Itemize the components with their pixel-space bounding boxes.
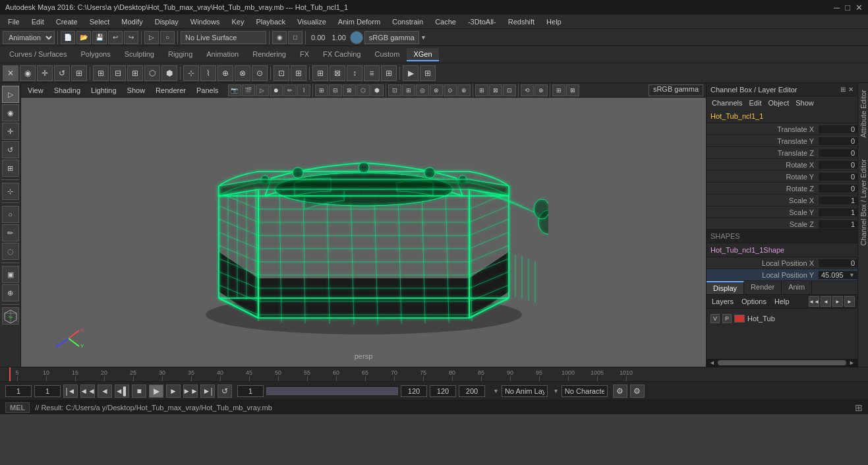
select-tool-button[interactable]: ✕ xyxy=(3,65,18,81)
open-button[interactable]: 📂 xyxy=(76,31,91,44)
view-cube-button[interactable]: Top xyxy=(2,307,19,325)
menu-visualize[interactable]: Visualize xyxy=(292,16,332,27)
menu-constrain[interactable]: Constrain xyxy=(387,16,428,27)
select-mode-button[interactable]: ▷ xyxy=(2,86,19,103)
menu-display[interactable]: Display xyxy=(150,16,184,27)
channel-translate-y[interactable]: Translate Y 0 xyxy=(707,135,857,147)
rotate-button[interactable]: ↺ xyxy=(54,65,70,81)
step-forward-button[interactable]: ►► xyxy=(183,385,198,398)
channel-rotate-z[interactable]: Rotate Z 0 xyxy=(707,183,857,195)
channels-menu[interactable]: Channels xyxy=(709,98,745,108)
move-button[interactable]: ✛ xyxy=(37,65,53,81)
render-button[interactable]: ◉ xyxy=(272,31,287,44)
module-fx[interactable]: FX xyxy=(293,48,316,61)
layer-color-swatch[interactable] xyxy=(734,315,745,323)
layer-arrow-left-left[interactable]: ◄◄ xyxy=(809,296,819,307)
gamma-arrow[interactable]: ▼ xyxy=(420,34,426,41)
sculpt-button[interactable]: ◌ xyxy=(2,243,19,260)
vp-xray-icon[interactable]: ⊙ xyxy=(444,84,457,96)
vp-iso-icon[interactable]: ⊞ xyxy=(552,84,565,96)
vp-camera-icon[interactable]: ⊡ xyxy=(388,84,401,96)
next-frame-button[interactable]: ► xyxy=(166,385,181,398)
module-sculpting[interactable]: Sculpting xyxy=(118,48,161,61)
vp-light-icon[interactable]: ⊠ xyxy=(489,84,502,96)
timeline[interactable]: 5 10 15 20 25 30 35 40 45 50 55 60 65 70… xyxy=(0,367,868,381)
layers-scroll-left[interactable]: ◄ xyxy=(708,359,716,366)
vp-uv-icon[interactable]: ⊠ xyxy=(566,84,579,96)
layers-scrollbar[interactable]: ◄ ► xyxy=(707,359,857,367)
module-rendering[interactable]: Rendering xyxy=(246,48,293,61)
menu-redshift[interactable]: Redshift xyxy=(503,16,540,27)
new-scene-button[interactable]: 📄 xyxy=(61,31,75,44)
attribute-editor-label[interactable]: Attribute Editor xyxy=(858,86,869,142)
channel-box-side-label[interactable]: Channel Box / Layer Editor xyxy=(858,155,869,249)
history-button[interactable]: ↕ xyxy=(347,65,362,81)
region-select-button[interactable]: ▣ xyxy=(2,266,19,283)
vp-play-button[interactable]: ▷ xyxy=(256,84,269,96)
playback-range-bar[interactable] xyxy=(266,387,398,395)
vp-menu-shading[interactable]: Shading xyxy=(50,85,84,96)
channel-translate-z[interactable]: Translate Z 0 xyxy=(707,147,857,159)
step-back-button[interactable]: ◄◄ xyxy=(80,385,95,398)
anim-settings-button[interactable]: ⚙ xyxy=(630,385,645,398)
menu-modify[interactable]: Modify xyxy=(116,16,148,27)
module-polygons[interactable]: Polygons xyxy=(74,48,117,61)
snap-curve-button[interactable]: ⌇ xyxy=(200,65,216,81)
paint-select-button[interactable]: ◉ xyxy=(2,104,19,121)
vp-smooth-toggle[interactable]: ⬡ xyxy=(357,84,370,96)
status-icon[interactable]: ⊞ xyxy=(855,402,863,413)
channel-rotate-y[interactable]: Rotate Y 0 xyxy=(707,171,857,183)
grid2-button[interactable]: ⊟ xyxy=(110,65,126,81)
vp-grid-toggle[interactable]: ⊞ xyxy=(315,84,328,96)
channel-scale-y[interactable]: Scale Y 1 xyxy=(707,206,857,218)
vp-snap-icon[interactable]: ⊗ xyxy=(430,84,443,96)
local-pos-scroll-arrow[interactable]: ▼ xyxy=(849,272,855,278)
module-xgen[interactable]: XGen xyxy=(407,48,438,61)
vp-shadow-icon[interactable]: ⊡ xyxy=(503,84,516,96)
anim-icon-button[interactable]: ▶ xyxy=(403,65,419,81)
channel-rotate-x[interactable]: Rotate X 0 xyxy=(707,159,857,171)
channel-box-close-button[interactable]: ✕ xyxy=(848,86,854,93)
shaded-button[interactable]: ⬢ xyxy=(161,65,177,81)
vp-camera-button[interactable]: 📷 xyxy=(228,84,241,96)
vp-brush-button[interactable]: ⌇ xyxy=(297,84,310,96)
select-button[interactable]: ▷ xyxy=(144,31,159,44)
vp-menu-show[interactable]: Show xyxy=(123,85,150,96)
snap-view-button[interactable]: ⊗ xyxy=(235,65,250,81)
channel-local-pos-x[interactable]: Local Position X 0 xyxy=(707,257,857,269)
channel-box-float-button[interactable]: ⊞ xyxy=(840,86,846,93)
menu-windows[interactable]: Windows xyxy=(185,16,225,27)
vp-menu-lighting[interactable]: Lighting xyxy=(87,85,121,96)
snap-point-button[interactable]: ⊕ xyxy=(217,65,233,81)
menu-cache[interactable]: Cache xyxy=(430,16,461,27)
menu-playback[interactable]: Playback xyxy=(250,16,291,27)
layer-arrow-right-right[interactable]: ► xyxy=(844,296,855,307)
tab-anim[interactable]: Anim xyxy=(782,281,812,294)
tab-render[interactable]: Render xyxy=(744,281,782,294)
soft-select-button[interactable]: ⊠ xyxy=(330,65,345,81)
attribute-editor-side-tab[interactable]: Attribute Editor Channel Box / Layer Edi… xyxy=(857,83,868,367)
close-button[interactable]: ✕ xyxy=(855,3,863,13)
channel-translate-x[interactable]: Translate X 0 xyxy=(707,123,857,135)
vp-menu-view[interactable]: View xyxy=(24,85,47,96)
menu-edit[interactable]: Edit xyxy=(26,16,49,27)
vp-film-button[interactable]: 🎬 xyxy=(242,84,255,96)
move-tool-button[interactable]: ✛ xyxy=(2,123,19,140)
vp-shaded-toggle[interactable]: ⬢ xyxy=(370,84,384,96)
show-menu[interactable]: Show xyxy=(793,98,817,108)
menu-3dtoall[interactable]: -3DtoAll- xyxy=(463,16,502,27)
vp-sym-icon[interactable]: ⊞ xyxy=(402,84,415,96)
layers-scroll-right[interactable]: ► xyxy=(848,359,856,366)
layers-menu-layers[interactable]: Layers xyxy=(709,296,736,307)
edit-menu[interactable]: Edit xyxy=(746,98,764,108)
channel-local-pos-y[interactable]: Local Position Y 45.095 ▼ xyxy=(707,269,857,281)
wireframe-button[interactable]: ⊞ xyxy=(127,65,143,81)
viewport-canvas[interactable]: persp X Y Z xyxy=(21,98,706,367)
vp-pencil-button[interactable]: ✏ xyxy=(283,84,297,96)
range-start-input[interactable] xyxy=(237,385,264,397)
vp-motion-icon[interactable]: ⟲ xyxy=(521,84,534,96)
layer-arrow-left[interactable]: ◄ xyxy=(821,296,831,307)
character-button[interactable]: ⚙ xyxy=(613,385,627,398)
symmetry-button[interactable]: ⊞ xyxy=(312,65,328,81)
loop-button[interactable]: ↺ xyxy=(217,385,232,398)
